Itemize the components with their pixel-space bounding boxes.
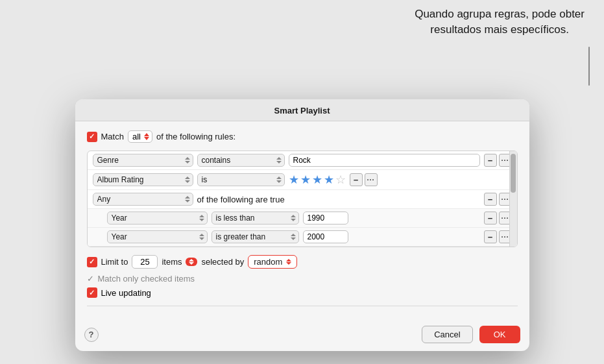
album-rating-operator-select[interactable]: is is not is greater than: [197, 173, 285, 186]
items-label: items: [162, 257, 182, 267]
album-rating-rule-buttons: − ···: [350, 173, 378, 186]
items-arrow-up-icon: [189, 259, 194, 261]
year-lt-field-select[interactable]: Year BPM: [107, 212, 208, 224]
rule-row-album-rating: Album Rating Rating is is not is greater…: [88, 170, 517, 190]
genre-remove-button[interactable]: −: [484, 154, 497, 167]
rule-row-year-gt: Year BPM is greater than is less than is…: [88, 228, 517, 247]
tooltip-connector: [588, 47, 590, 86]
match-checkbox[interactable]: [87, 132, 97, 142]
year-lt-value-input[interactable]: [303, 212, 348, 224]
match-label: Match: [101, 132, 124, 141]
year-lt-remove-button[interactable]: −: [484, 212, 497, 224]
help-button[interactable]: ?: [84, 328, 99, 342]
genre-rule-buttons: − ···: [484, 154, 512, 167]
match-only-row: ✓ Match only checked items: [87, 274, 518, 284]
random-stepper: [286, 259, 291, 265]
star3: ★: [312, 173, 322, 187]
limit-value-input[interactable]: [132, 255, 158, 269]
year-lt-rule-buttons: − ···: [484, 212, 512, 224]
year-lt-operator-select[interactable]: is less than is greater than is is not: [211, 212, 299, 224]
live-updating-checkbox[interactable]: [87, 287, 97, 298]
tooltip-line2: resultados mais específicos.: [415, 22, 585, 38]
tooltip-line1: Quando agrupa regras, pode obter: [415, 6, 585, 22]
scroll-thumb: [511, 154, 516, 193]
items-stepper-arrows: [189, 259, 194, 265]
any-field-select[interactable]: Any All None: [93, 193, 193, 206]
dialog-body: Match all of the following rules: Genre …: [75, 121, 529, 321]
live-updating-row: Live updating: [87, 287, 518, 298]
star5: ☆: [335, 173, 346, 187]
limit-checkbox[interactable]: [87, 257, 97, 267]
limit-label: Limit to: [101, 257, 128, 267]
year-gt-rule-buttons: − ···: [484, 230, 512, 243]
match-only-label: Match only checked items: [98, 274, 195, 284]
footer-right-buttons: Cancel OK: [422, 326, 520, 343]
match-arrow-up-icon[interactable]: [144, 133, 149, 136]
genre-field-select[interactable]: Genre Artist Album: [93, 154, 193, 167]
dialog-title: Smart Playlist: [75, 99, 529, 121]
album-rating-field-select[interactable]: Album Rating Rating: [93, 173, 193, 186]
live-updating-label: Live updating: [101, 288, 151, 298]
rand-arrow-up-icon: [286, 259, 291, 261]
match-stepper[interactable]: [144, 133, 149, 140]
footer-divider: [87, 306, 518, 306]
ok-button[interactable]: OK: [479, 326, 520, 343]
any-label: of the following are true: [197, 195, 285, 204]
rule-row-genre: Genre Artist Album contains does not con…: [88, 151, 517, 170]
rule-row-any-group: Any All None of the following are true −…: [88, 190, 517, 209]
random-select[interactable]: random: [248, 255, 297, 269]
genre-operator-select[interactable]: contains does not contain is: [197, 154, 285, 167]
album-rating-remove-button[interactable]: −: [350, 173, 363, 186]
random-value: random: [254, 257, 282, 267]
year-gt-field-select[interactable]: Year BPM: [107, 230, 208, 243]
match-arrow-down-icon[interactable]: [144, 137, 149, 140]
year-gt-operator-select[interactable]: is greater than is less than is is not: [211, 230, 299, 243]
year-gt-remove-button[interactable]: −: [484, 230, 497, 243]
items-stepper[interactable]: [186, 258, 197, 266]
rules-area: Genre Artist Album contains does not con…: [87, 151, 518, 247]
star1: ★: [289, 173, 299, 187]
match-suffix: of the following rules:: [156, 132, 236, 141]
items-arrow-down-icon: [189, 262, 194, 265]
tooltip-area: Quando agrupa regras, pode obter resulta…: [415, 6, 585, 38]
album-rating-stars[interactable]: ★ ★ ★ ★ ☆: [289, 173, 346, 187]
star4: ★: [324, 173, 334, 187]
any-group-remove-button[interactable]: −: [484, 193, 497, 206]
match-value: all: [131, 132, 142, 141]
dialog-footer: ? Cancel OK: [75, 321, 529, 351]
cancel-button[interactable]: Cancel: [422, 326, 472, 343]
limit-row: Limit to items selected by random: [87, 255, 518, 269]
album-rating-more-button[interactable]: ···: [365, 173, 378, 186]
star2: ★: [300, 173, 311, 187]
match-row: Match all of the following rules:: [87, 130, 518, 143]
smart-playlist-dialog: Smart Playlist Match all of the followin…: [75, 99, 529, 351]
year-gt-value-input[interactable]: [303, 230, 348, 243]
match-only-checkmark: ✓: [87, 274, 94, 284]
genre-value-input[interactable]: [289, 154, 480, 167]
selected-by-label: selected by: [201, 257, 244, 267]
match-all-select[interactable]: all: [128, 130, 152, 143]
rule-row-year-lt: Year BPM is less than is greater than is…: [88, 209, 517, 228]
scroll-indicator[interactable]: [509, 151, 517, 247]
rand-arrow-down-icon: [286, 262, 291, 265]
any-group-rule-buttons: − ···: [484, 193, 512, 206]
